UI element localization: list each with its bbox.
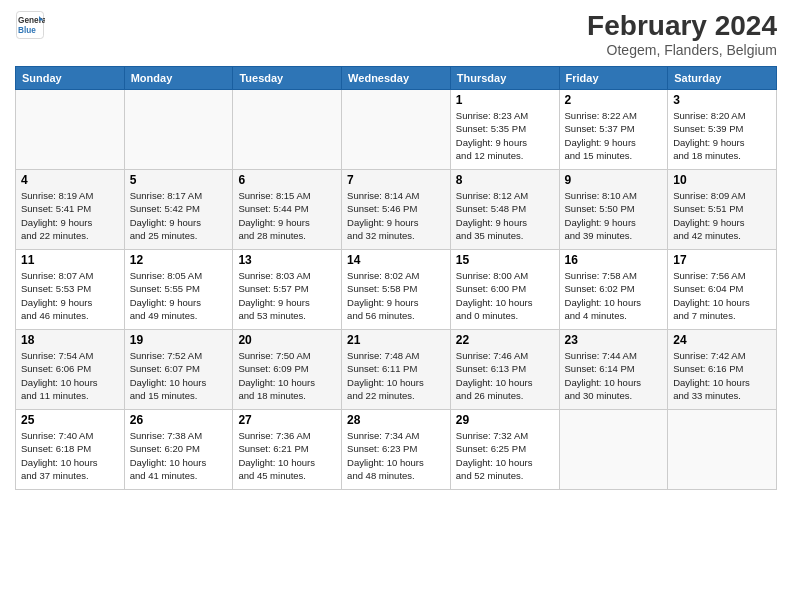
table-cell [668,410,777,490]
week-row-3: 11Sunrise: 8:07 AM Sunset: 5:53 PM Dayli… [16,250,777,330]
day-number: 13 [238,253,336,267]
table-cell: 5Sunrise: 8:17 AM Sunset: 5:42 PM Daylig… [124,170,233,250]
day-info: Sunrise: 8:15 AM Sunset: 5:44 PM Dayligh… [238,189,336,242]
table-cell: 2Sunrise: 8:22 AM Sunset: 5:37 PM Daylig… [559,90,668,170]
day-info: Sunrise: 8:17 AM Sunset: 5:42 PM Dayligh… [130,189,228,242]
day-info: Sunrise: 8:20 AM Sunset: 5:39 PM Dayligh… [673,109,771,162]
day-info: Sunrise: 7:36 AM Sunset: 6:21 PM Dayligh… [238,429,336,482]
day-number: 10 [673,173,771,187]
title-block: February 2024 Otegem, Flanders, Belgium [587,10,777,58]
day-number: 7 [347,173,445,187]
day-info: Sunrise: 7:54 AM Sunset: 6:06 PM Dayligh… [21,349,119,402]
day-info: Sunrise: 7:32 AM Sunset: 6:25 PM Dayligh… [456,429,554,482]
table-cell [16,90,125,170]
day-number: 1 [456,93,554,107]
table-cell: 1Sunrise: 8:23 AM Sunset: 5:35 PM Daylig… [450,90,559,170]
day-info: Sunrise: 7:44 AM Sunset: 6:14 PM Dayligh… [565,349,663,402]
day-info: Sunrise: 8:09 AM Sunset: 5:51 PM Dayligh… [673,189,771,242]
header-saturday: Saturday [668,67,777,90]
day-info: Sunrise: 7:50 AM Sunset: 6:09 PM Dayligh… [238,349,336,402]
table-cell: 20Sunrise: 7:50 AM Sunset: 6:09 PM Dayli… [233,330,342,410]
table-cell: 16Sunrise: 7:58 AM Sunset: 6:02 PM Dayli… [559,250,668,330]
table-cell: 21Sunrise: 7:48 AM Sunset: 6:11 PM Dayli… [342,330,451,410]
header-thursday: Thursday [450,67,559,90]
day-info: Sunrise: 8:07 AM Sunset: 5:53 PM Dayligh… [21,269,119,322]
table-cell: 19Sunrise: 7:52 AM Sunset: 6:07 PM Dayli… [124,330,233,410]
day-number: 25 [21,413,119,427]
day-number: 2 [565,93,663,107]
logo: General Blue [15,10,45,40]
header: General Blue February 2024 Otegem, Fland… [15,10,777,58]
header-wednesday: Wednesday [342,67,451,90]
day-number: 15 [456,253,554,267]
day-number: 22 [456,333,554,347]
day-info: Sunrise: 8:19 AM Sunset: 5:41 PM Dayligh… [21,189,119,242]
day-number: 27 [238,413,336,427]
page: General Blue February 2024 Otegem, Fland… [0,0,792,612]
subtitle: Otegem, Flanders, Belgium [587,42,777,58]
table-cell: 24Sunrise: 7:42 AM Sunset: 6:16 PM Dayli… [668,330,777,410]
header-friday: Friday [559,67,668,90]
logo-icon: General Blue [15,10,45,40]
table-cell: 10Sunrise: 8:09 AM Sunset: 5:51 PM Dayli… [668,170,777,250]
svg-text:Blue: Blue [18,26,36,35]
table-cell: 29Sunrise: 7:32 AM Sunset: 6:25 PM Dayli… [450,410,559,490]
day-number: 4 [21,173,119,187]
table-cell: 18Sunrise: 7:54 AM Sunset: 6:06 PM Dayli… [16,330,125,410]
header-row: Sunday Monday Tuesday Wednesday Thursday… [16,67,777,90]
day-info: Sunrise: 8:03 AM Sunset: 5:57 PM Dayligh… [238,269,336,322]
day-number: 11 [21,253,119,267]
week-row-4: 18Sunrise: 7:54 AM Sunset: 6:06 PM Dayli… [16,330,777,410]
calendar-header: Sunday Monday Tuesday Wednesday Thursday… [16,67,777,90]
day-number: 18 [21,333,119,347]
day-number: 5 [130,173,228,187]
day-number: 21 [347,333,445,347]
table-cell: 15Sunrise: 8:00 AM Sunset: 6:00 PM Dayli… [450,250,559,330]
table-cell: 23Sunrise: 7:44 AM Sunset: 6:14 PM Dayli… [559,330,668,410]
week-row-5: 25Sunrise: 7:40 AM Sunset: 6:18 PM Dayli… [16,410,777,490]
table-cell: 12Sunrise: 8:05 AM Sunset: 5:55 PM Dayli… [124,250,233,330]
week-row-1: 1Sunrise: 8:23 AM Sunset: 5:35 PM Daylig… [16,90,777,170]
header-sunday: Sunday [16,67,125,90]
table-cell: 6Sunrise: 8:15 AM Sunset: 5:44 PM Daylig… [233,170,342,250]
day-number: 20 [238,333,336,347]
day-info: Sunrise: 7:46 AM Sunset: 6:13 PM Dayligh… [456,349,554,402]
table-cell: 17Sunrise: 7:56 AM Sunset: 6:04 PM Dayli… [668,250,777,330]
day-number: 14 [347,253,445,267]
table-cell: 11Sunrise: 8:07 AM Sunset: 5:53 PM Dayli… [16,250,125,330]
day-number: 9 [565,173,663,187]
table-cell: 7Sunrise: 8:14 AM Sunset: 5:46 PM Daylig… [342,170,451,250]
calendar-table: Sunday Monday Tuesday Wednesday Thursday… [15,66,777,490]
table-cell: 26Sunrise: 7:38 AM Sunset: 6:20 PM Dayli… [124,410,233,490]
day-info: Sunrise: 7:48 AM Sunset: 6:11 PM Dayligh… [347,349,445,402]
day-info: Sunrise: 7:58 AM Sunset: 6:02 PM Dayligh… [565,269,663,322]
day-number: 26 [130,413,228,427]
day-number: 16 [565,253,663,267]
table-cell [342,90,451,170]
day-number: 19 [130,333,228,347]
day-info: Sunrise: 8:00 AM Sunset: 6:00 PM Dayligh… [456,269,554,322]
table-cell: 4Sunrise: 8:19 AM Sunset: 5:41 PM Daylig… [16,170,125,250]
table-cell [559,410,668,490]
day-number: 6 [238,173,336,187]
table-cell: 22Sunrise: 7:46 AM Sunset: 6:13 PM Dayli… [450,330,559,410]
table-cell: 14Sunrise: 8:02 AM Sunset: 5:58 PM Dayli… [342,250,451,330]
table-cell: 27Sunrise: 7:36 AM Sunset: 6:21 PM Dayli… [233,410,342,490]
day-info: Sunrise: 7:40 AM Sunset: 6:18 PM Dayligh… [21,429,119,482]
table-cell: 9Sunrise: 8:10 AM Sunset: 5:50 PM Daylig… [559,170,668,250]
day-info: Sunrise: 7:56 AM Sunset: 6:04 PM Dayligh… [673,269,771,322]
day-info: Sunrise: 7:34 AM Sunset: 6:23 PM Dayligh… [347,429,445,482]
day-info: Sunrise: 8:12 AM Sunset: 5:48 PM Dayligh… [456,189,554,242]
table-cell: 13Sunrise: 8:03 AM Sunset: 5:57 PM Dayli… [233,250,342,330]
header-tuesday: Tuesday [233,67,342,90]
day-number: 23 [565,333,663,347]
main-title: February 2024 [587,10,777,42]
calendar-body: 1Sunrise: 8:23 AM Sunset: 5:35 PM Daylig… [16,90,777,490]
day-info: Sunrise: 8:02 AM Sunset: 5:58 PM Dayligh… [347,269,445,322]
table-cell: 28Sunrise: 7:34 AM Sunset: 6:23 PM Dayli… [342,410,451,490]
table-cell: 3Sunrise: 8:20 AM Sunset: 5:39 PM Daylig… [668,90,777,170]
day-number: 8 [456,173,554,187]
day-number: 17 [673,253,771,267]
day-info: Sunrise: 7:42 AM Sunset: 6:16 PM Dayligh… [673,349,771,402]
day-number: 3 [673,93,771,107]
